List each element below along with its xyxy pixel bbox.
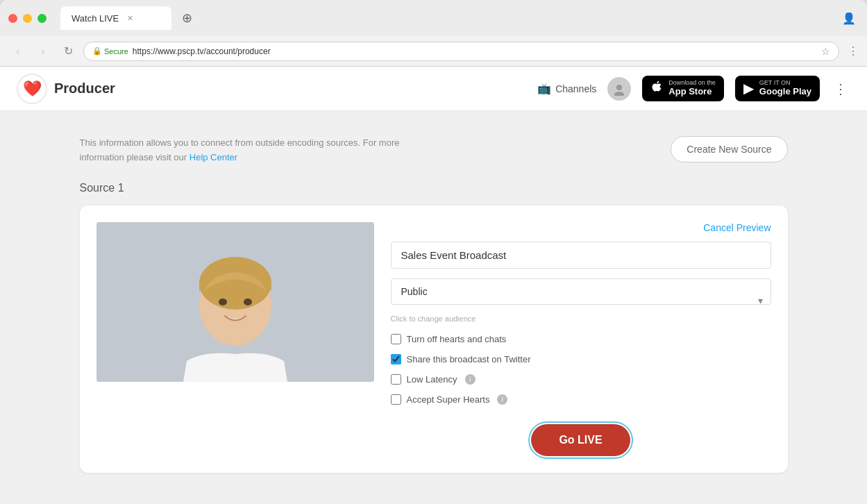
maximize-button[interactable] [37, 14, 47, 23]
svg-point-1 [614, 92, 624, 96]
super-hearts-checkbox-item[interactable]: Accept Super Hearts i [391, 394, 771, 405]
hearts-label: Turn off hearts and chats [407, 334, 507, 344]
preview-area [96, 222, 374, 456]
browser-menu-button[interactable]: ⋮ [848, 44, 859, 58]
minimize-button[interactable] [23, 14, 32, 23]
go-live-row: Go LIVE [391, 424, 771, 456]
latency-label: Low Latency [407, 374, 457, 385]
create-new-source-button[interactable]: Create New Source [671, 136, 787, 162]
channels-button[interactable]: 📺 Channels [537, 82, 596, 95]
top-nav: ❤️ Producer 📺 Channels Download on the A… [0, 67, 867, 111]
producer-title: Producer [54, 81, 115, 96]
super-hearts-info-icon[interactable]: i [497, 394, 507, 405]
google-play-button[interactable]: ▶ GET IT ON Google Play [735, 76, 820, 102]
refresh-button[interactable]: ↻ [58, 42, 78, 61]
back-button[interactable]: ‹ [8, 42, 28, 61]
info-bar: This information allows you to connect f… [80, 125, 788, 165]
twitter-checkbox[interactable] [391, 354, 401, 364]
controls-area: Cancel Preview Public Followers Click to… [391, 222, 771, 456]
source-label: Source 1 [80, 182, 788, 194]
address-url: https://www.pscp.tv/account/producer [133, 47, 271, 56]
apple-icon [650, 81, 663, 96]
address-field[interactable]: 🔒 Secure https://www.pscp.tv/account/pro… [83, 42, 839, 61]
more-options-button[interactable]: ⋮ [831, 78, 850, 100]
profile-icon[interactable]: 👤 [839, 8, 859, 28]
hearts-checkbox[interactable] [391, 334, 401, 344]
preview-image [96, 222, 374, 382]
tv-icon: 📺 [537, 82, 551, 95]
traffic-lights [8, 14, 47, 23]
twitter-label: Share this broadcast on Twitter [407, 354, 531, 364]
help-center-link[interactable]: Help Center [190, 152, 237, 162]
audience-select[interactable]: Public Followers [391, 278, 771, 305]
svg-point-7 [219, 299, 227, 305]
audience-hint: Click to change audience [391, 314, 771, 323]
close-button[interactable] [8, 14, 17, 23]
new-tab-button[interactable]: ⊕ [177, 8, 196, 28]
latency-checkbox[interactable] [391, 374, 401, 385]
cancel-preview-row: Cancel Preview [391, 222, 771, 233]
tab-close-icon[interactable]: ✕ [127, 14, 133, 23]
tab-bar: Watch LIVE ✕ ⊕ [60, 6, 834, 30]
tab-title: Watch LIVE [71, 13, 119, 24]
user-avatar[interactable] [607, 77, 631, 101]
twitter-checkbox-item[interactable]: Share this broadcast on Twitter [391, 354, 771, 364]
super-hearts-checkbox[interactable] [391, 394, 401, 405]
google-play-icon: ▶ [743, 80, 754, 96]
title-bar: Watch LIVE ✕ ⊕ 👤 [0, 0, 867, 36]
source-card: Cancel Preview Public Followers Click to… [80, 205, 788, 473]
forward-button[interactable]: › [33, 42, 53, 61]
logo: ❤️ [17, 74, 47, 104]
hearts-checkbox-item[interactable]: Turn off hearts and chats [391, 334, 771, 344]
main-content: This information allows you to connect f… [0, 111, 867, 504]
logo-area: ❤️ Producer [17, 74, 115, 104]
browser-tab[interactable]: Watch LIVE ✕ [60, 6, 171, 30]
info-description: This information allows you to connect f… [80, 136, 413, 165]
periscope-logo-icon: ❤️ [23, 80, 42, 98]
audience-select-wrapper: Public Followers Click to change audienc… [391, 278, 771, 323]
svg-point-8 [244, 299, 252, 305]
checkbox-group: Turn off hearts and chats Share this bro… [391, 334, 771, 405]
app-store-button[interactable]: Download on the App Store [642, 76, 724, 102]
page-content: ❤️ Producer 📺 Channels Download on the A… [0, 67, 867, 504]
go-live-button[interactable]: Go LIVE [531, 424, 630, 456]
latency-info-icon[interactable]: i [465, 374, 475, 385]
svg-point-0 [616, 85, 622, 90]
latency-checkbox-item[interactable]: Low Latency i [391, 374, 771, 385]
secure-badge: 🔒 Secure [92, 47, 128, 56]
cancel-preview-button[interactable]: Cancel Preview [703, 222, 771, 233]
super-hearts-label: Accept Super Hearts [407, 394, 490, 405]
broadcast-title-input[interactable] [391, 242, 771, 269]
address-bar: ‹ › ↻ 🔒 Secure https://www.pscp.tv/accou… [0, 36, 867, 67]
browser-window: Watch LIVE ✕ ⊕ 👤 ‹ › ↻ 🔒 Secure https://… [0, 0, 867, 504]
bookmark-icon[interactable]: ☆ [821, 46, 830, 57]
